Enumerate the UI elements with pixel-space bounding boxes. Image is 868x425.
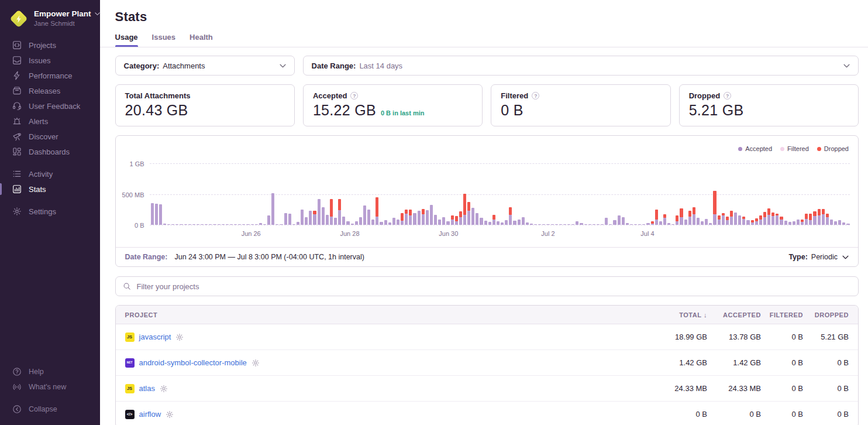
chart-bar <box>305 217 308 225</box>
tab-issues[interactable]: Issues <box>152 33 175 47</box>
sidebar-item-dashboards[interactable]: Dashboards <box>0 144 100 159</box>
chart-bar <box>576 221 578 225</box>
accepted-segment <box>151 203 154 225</box>
chart-bar <box>251 224 254 225</box>
accepted-segment <box>238 224 241 225</box>
project-link[interactable]: airflow <box>139 410 161 419</box>
gear-icon[interactable] <box>175 333 184 341</box>
project-search-input[interactable] <box>136 282 851 292</box>
accepted-segment <box>538 224 541 225</box>
chart-bar <box>376 197 378 225</box>
chart-bar <box>163 224 166 225</box>
sidebar-item-collapse[interactable]: Collapse <box>0 402 100 417</box>
accepted-value: 24.33 MB <box>707 384 761 393</box>
sidebar-item-activity[interactable]: Activity <box>0 166 100 181</box>
filtered-value: 0 B <box>761 358 803 367</box>
chart-bar <box>384 220 387 225</box>
tab-health[interactable]: Health <box>190 33 213 47</box>
chart-bar <box>418 211 421 225</box>
accepted-segment <box>459 217 462 225</box>
sidebar-item-help[interactable]: Help <box>0 364 100 379</box>
project-cell: JSjavascript <box>125 333 646 342</box>
sidebar-item-what-s-new[interactable]: What's new <box>0 379 100 395</box>
accepted-segment <box>642 224 645 225</box>
help-icon[interactable]: ? <box>724 92 731 100</box>
chart-bar <box>701 221 704 225</box>
accepted-segment <box>480 218 483 225</box>
category-select[interactable]: Category: Attachments <box>115 56 295 76</box>
sidebar: Empower Plant Jane Schmidt ProjectsIssue… <box>0 0 100 425</box>
gear-icon[interactable] <box>160 385 168 393</box>
accepted-segment <box>771 216 774 225</box>
help-icon[interactable]: ? <box>532 92 539 100</box>
chart-bar <box>201 224 204 225</box>
accepted-segment <box>638 224 641 225</box>
project-link[interactable]: atlas <box>139 384 155 393</box>
accepted-segment <box>671 224 674 225</box>
date-range-select[interactable]: Date Range: Last 14 days <box>303 56 859 76</box>
column-header-project: PROJECT <box>125 311 646 318</box>
sidebar-item-performance[interactable]: Performance <box>0 68 100 83</box>
legend-item-accepted[interactable]: Accepted <box>738 145 772 152</box>
sidebar-item-label: Releases <box>29 87 60 95</box>
chart-bar <box>342 217 345 225</box>
accepted-segment <box>230 224 233 225</box>
legend-item-filtered[interactable]: Filtered <box>780 145 809 152</box>
tab-usage[interactable]: Usage <box>115 33 138 47</box>
score-card-title: Total Attachments <box>125 91 285 100</box>
sidebar-item-issues[interactable]: Issues <box>0 53 100 68</box>
score-card-title: Dropped? <box>689 91 849 100</box>
project-link[interactable]: javascript <box>139 333 171 341</box>
chart-bar <box>755 218 758 225</box>
sidebar-item-alerts[interactable]: Alerts <box>0 114 100 129</box>
accepted-segment <box>751 222 754 225</box>
legend-label: Accepted <box>745 145 772 152</box>
chart-type-value: Periodic <box>811 253 838 261</box>
project-link[interactable]: android-symbol-collector-mobile <box>139 358 247 367</box>
chart-bar <box>380 222 383 225</box>
accepted-segment <box>175 224 178 225</box>
javascript-icon: JS <box>125 384 135 393</box>
y-axis-tick: 0 B <box>135 222 144 229</box>
accepted-segment <box>205 224 208 225</box>
chart-bar <box>763 212 766 225</box>
org-switcher[interactable]: Empower Plant Jane Schmidt <box>0 9 100 28</box>
sidebar-item-settings[interactable]: Settings <box>0 204 100 219</box>
chart-bar <box>280 224 283 225</box>
sidebar-item-projects[interactable]: Projects <box>0 37 100 53</box>
chart-bar <box>213 224 216 225</box>
chart-bar <box>242 224 245 225</box>
accepted-segment <box>497 221 500 225</box>
score-card-title-text: Accepted <box>313 91 347 100</box>
projects-icon <box>12 40 22 50</box>
help-icon[interactable]: ? <box>350 92 358 100</box>
chart-bar <box>767 208 770 225</box>
chart-bar <box>422 209 425 225</box>
sidebar-item-label: Alerts <box>29 117 48 126</box>
chart-bar <box>713 191 716 225</box>
accepted-segment <box>297 222 299 225</box>
score-card-value-row: 20.43 GB <box>125 102 285 119</box>
accepted-segment <box>271 193 274 225</box>
sidebar-item-user-feedback[interactable]: User Feedback <box>0 98 100 114</box>
chart-type-select[interactable]: Type: Periodic <box>788 253 849 261</box>
accepted-segment <box>730 217 733 225</box>
gear-icon[interactable] <box>166 410 174 419</box>
chart-bar <box>734 212 737 225</box>
legend-item-dropped[interactable]: Dropped <box>817 145 849 152</box>
chart-bar <box>259 223 262 225</box>
dropped-segment <box>726 217 729 220</box>
sidebar-item-stats[interactable]: Stats <box>0 181 100 197</box>
sidebar-item-releases[interactable]: Releases <box>0 83 100 98</box>
projects-table-header: PROJECTTOTAL ↓ACCEPTEDFILTEREDDROPPED <box>116 306 858 324</box>
accepted-segment <box>601 224 604 225</box>
chart-bar <box>205 224 208 225</box>
column-header-total[interactable]: TOTAL ↓ <box>646 311 707 318</box>
chart-bar <box>275 224 278 225</box>
sidebar-item-discover[interactable]: Discover <box>0 129 100 144</box>
gear-icon[interactable] <box>252 359 260 367</box>
legend-dot <box>738 147 742 151</box>
accepted-segment <box>451 220 454 225</box>
settings-icon <box>12 207 22 216</box>
filtered-value: 0 B <box>761 410 803 419</box>
